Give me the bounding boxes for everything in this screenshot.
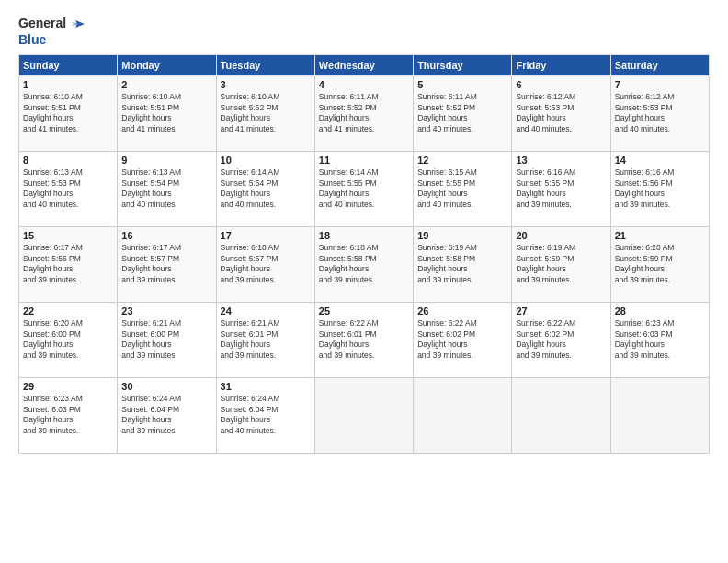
- col-sunday: Sunday: [19, 55, 118, 76]
- day-number: 1: [23, 79, 113, 90]
- day-number: 11: [319, 155, 409, 166]
- table-row: 7 Sunrise: 6:12 AM Sunset: 5:53 PM Dayli…: [610, 76, 709, 152]
- calendar-week-row: 15 Sunrise: 6:17 AM Sunset: 5:56 PM Dayl…: [19, 227, 710, 303]
- day-detail: Sunrise: 6:20 AM Sunset: 5:59 PM Dayligh…: [615, 243, 705, 285]
- day-detail: Sunrise: 6:11 AM Sunset: 5:52 PM Dayligh…: [417, 92, 507, 134]
- logo: General Blue: [18, 15, 86, 47]
- table-row: 24 Sunrise: 6:21 AM Sunset: 6:01 PM Dayl…: [216, 303, 314, 378]
- table-row: 22 Sunrise: 6:20 AM Sunset: 6:00 PM Dayl…: [19, 303, 118, 378]
- col-friday: Friday: [512, 55, 610, 76]
- day-detail: Sunrise: 6:12 AM Sunset: 5:53 PM Dayligh…: [615, 92, 705, 134]
- day-number: 23: [121, 305, 211, 316]
- day-detail: Sunrise: 6:16 AM Sunset: 5:55 PM Dayligh…: [516, 167, 606, 210]
- day-number: 28: [615, 305, 705, 316]
- table-row: 19 Sunrise: 6:19 AM Sunset: 5:58 PM Dayl…: [414, 227, 512, 303]
- table-row: 16 Sunrise: 6:17 AM Sunset: 5:57 PM Dayl…: [118, 227, 216, 303]
- day-detail: Sunrise: 6:23 AM Sunset: 6:03 PM Dayligh…: [615, 318, 705, 361]
- table-row: 25 Sunrise: 6:22 AM Sunset: 6:01 PM Dayl…: [314, 303, 413, 378]
- day-detail: Sunrise: 6:19 AM Sunset: 5:59 PM Dayligh…: [516, 243, 606, 285]
- table-row: 18 Sunrise: 6:18 AM Sunset: 5:58 PM Dayl…: [314, 227, 413, 303]
- col-wednesday: Wednesday: [314, 55, 413, 76]
- day-number: 12: [417, 155, 507, 166]
- day-detail: Sunrise: 6:21 AM Sunset: 6:01 PM Dayligh…: [221, 318, 311, 361]
- table-row: 29 Sunrise: 6:23 AM Sunset: 6:03 PM Dayl…: [19, 378, 118, 454]
- day-detail: Sunrise: 6:15 AM Sunset: 5:55 PM Dayligh…: [417, 167, 507, 210]
- day-detail: Sunrise: 6:21 AM Sunset: 6:00 PM Dayligh…: [121, 318, 211, 361]
- day-detail: Sunrise: 6:12 AM Sunset: 5:53 PM Dayligh…: [516, 92, 606, 134]
- table-row: 27 Sunrise: 6:22 AM Sunset: 6:02 PM Dayl…: [512, 303, 610, 378]
- calendar-week-row: 29 Sunrise: 6:23 AM Sunset: 6:03 PM Dayl…: [19, 378, 710, 454]
- table-row: 11 Sunrise: 6:14 AM Sunset: 5:55 PM Dayl…: [314, 152, 413, 227]
- day-detail: Sunrise: 6:20 AM Sunset: 6:00 PM Dayligh…: [23, 318, 113, 361]
- table-row: 14 Sunrise: 6:16 AM Sunset: 5:56 PM Dayl…: [610, 152, 709, 227]
- day-number: 4: [319, 79, 409, 90]
- table-row: 30 Sunrise: 6:24 AM Sunset: 6:04 PM Dayl…: [118, 378, 216, 454]
- table-row: [414, 378, 512, 454]
- day-number: 6: [516, 79, 606, 90]
- day-number: 21: [615, 230, 705, 241]
- table-row: 28 Sunrise: 6:23 AM Sunset: 6:03 PM Dayl…: [610, 303, 709, 378]
- table-row: 1 Sunrise: 6:10 AM Sunset: 5:51 PM Dayli…: [19, 76, 118, 152]
- day-number: 16: [121, 230, 211, 241]
- header: General Blue: [18, 15, 710, 47]
- day-number: 9: [121, 155, 211, 166]
- day-number: 14: [615, 155, 705, 166]
- day-number: 19: [417, 230, 507, 241]
- day-number: 29: [23, 381, 113, 392]
- day-number: 5: [417, 79, 507, 90]
- table-row: 8 Sunrise: 6:13 AM Sunset: 5:53 PM Dayli…: [19, 152, 118, 227]
- day-detail: Sunrise: 6:14 AM Sunset: 5:55 PM Dayligh…: [319, 167, 409, 210]
- table-row: 17 Sunrise: 6:18 AM Sunset: 5:57 PM Dayl…: [216, 227, 314, 303]
- day-detail: Sunrise: 6:18 AM Sunset: 5:58 PM Dayligh…: [319, 243, 409, 285]
- day-number: 13: [516, 155, 606, 166]
- table-row: 4 Sunrise: 6:11 AM Sunset: 5:52 PM Dayli…: [314, 76, 413, 152]
- col-saturday: Saturday: [610, 55, 709, 76]
- day-detail: Sunrise: 6:22 AM Sunset: 6:01 PM Dayligh…: [319, 318, 409, 361]
- day-number: 18: [319, 230, 409, 241]
- table-row: 5 Sunrise: 6:11 AM Sunset: 5:52 PM Dayli…: [414, 76, 512, 152]
- col-monday: Monday: [118, 55, 216, 76]
- day-detail: Sunrise: 6:10 AM Sunset: 5:52 PM Dayligh…: [221, 92, 311, 134]
- table-row: 31 Sunrise: 6:24 AM Sunset: 6:04 PM Dayl…: [216, 378, 314, 454]
- day-detail: Sunrise: 6:24 AM Sunset: 6:04 PM Dayligh…: [221, 394, 311, 436]
- day-detail: Sunrise: 6:13 AM Sunset: 5:53 PM Dayligh…: [23, 167, 113, 210]
- day-detail: Sunrise: 6:11 AM Sunset: 5:52 PM Dayligh…: [319, 92, 409, 134]
- table-row: 21 Sunrise: 6:20 AM Sunset: 5:59 PM Dayl…: [610, 227, 709, 303]
- day-detail: Sunrise: 6:23 AM Sunset: 6:03 PM Dayligh…: [23, 394, 113, 436]
- table-row: 23 Sunrise: 6:21 AM Sunset: 6:00 PM Dayl…: [118, 303, 216, 378]
- table-row: 15 Sunrise: 6:17 AM Sunset: 5:56 PM Dayl…: [19, 227, 118, 303]
- day-detail: Sunrise: 6:17 AM Sunset: 5:56 PM Dayligh…: [23, 243, 113, 285]
- day-detail: Sunrise: 6:19 AM Sunset: 5:58 PM Dayligh…: [417, 243, 507, 285]
- day-number: 31: [221, 381, 311, 392]
- calendar-week-row: 1 Sunrise: 6:10 AM Sunset: 5:51 PM Dayli…: [19, 76, 710, 152]
- logo-general: General: [18, 17, 66, 30]
- day-number: 26: [417, 305, 507, 316]
- logo-blue: Blue: [18, 33, 46, 47]
- day-detail: Sunrise: 6:22 AM Sunset: 6:02 PM Dayligh…: [516, 318, 606, 361]
- day-number: 10: [221, 155, 311, 166]
- col-thursday: Thursday: [414, 55, 512, 76]
- calendar-week-row: 8 Sunrise: 6:13 AM Sunset: 5:53 PM Dayli…: [19, 152, 710, 227]
- table-row: 9 Sunrise: 6:13 AM Sunset: 5:54 PM Dayli…: [118, 152, 216, 227]
- day-number: 25: [319, 305, 409, 316]
- day-detail: Sunrise: 6:24 AM Sunset: 6:04 PM Dayligh…: [121, 394, 211, 436]
- day-number: 17: [221, 230, 311, 241]
- day-number: 7: [615, 79, 705, 90]
- table-row: 12 Sunrise: 6:15 AM Sunset: 5:55 PM Dayl…: [414, 152, 512, 227]
- table-row: 20 Sunrise: 6:19 AM Sunset: 5:59 PM Dayl…: [512, 227, 610, 303]
- day-number: 24: [221, 305, 311, 316]
- day-detail: Sunrise: 6:17 AM Sunset: 5:57 PM Dayligh…: [121, 243, 211, 285]
- day-detail: Sunrise: 6:22 AM Sunset: 6:02 PM Dayligh…: [417, 318, 507, 361]
- day-detail: Sunrise: 6:10 AM Sunset: 5:51 PM Dayligh…: [121, 92, 211, 134]
- table-row: [314, 378, 413, 454]
- day-number: 27: [516, 305, 606, 316]
- day-number: 8: [23, 155, 113, 166]
- table-row: 13 Sunrise: 6:16 AM Sunset: 5:55 PM Dayl…: [512, 152, 610, 227]
- calendar-header-row: Sunday Monday Tuesday Wednesday Thursday…: [19, 55, 710, 76]
- day-number: 2: [121, 79, 211, 90]
- page: General Blue Sunday Monday Tuesday Wedne…: [0, 0, 728, 563]
- table-row: 2 Sunrise: 6:10 AM Sunset: 5:51 PM Dayli…: [118, 76, 216, 152]
- day-number: 30: [121, 381, 211, 392]
- table-row: 3 Sunrise: 6:10 AM Sunset: 5:52 PM Dayli…: [216, 76, 314, 152]
- day-detail: Sunrise: 6:14 AM Sunset: 5:54 PM Dayligh…: [221, 167, 311, 210]
